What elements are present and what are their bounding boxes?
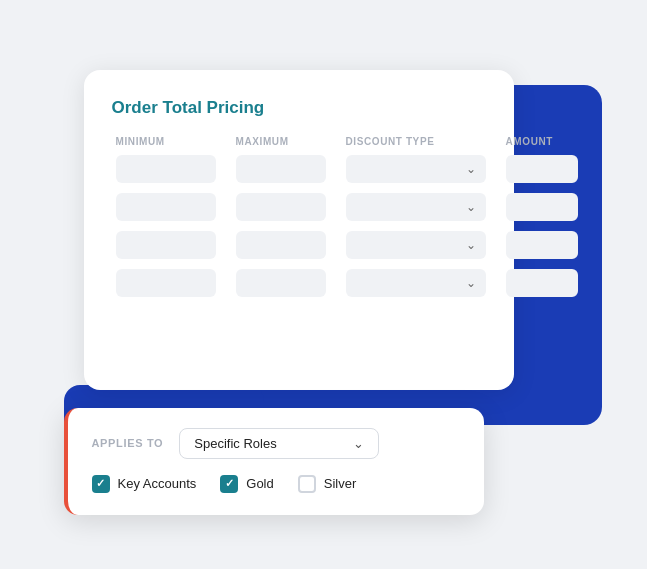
checkbox-silver[interactable]: Silver (298, 475, 357, 493)
col-header-discount-type: DISCOUNT TYPE (346, 136, 506, 147)
col-header-minimum: MINIMUM (116, 136, 236, 147)
maximum-input-4[interactable] (236, 269, 326, 297)
amount-input-3[interactable] (506, 231, 578, 259)
chevron-down-icon: ⌄ (466, 238, 476, 252)
minimum-input-4[interactable] (116, 269, 216, 297)
chevron-down-icon: ⌄ (353, 436, 364, 451)
checkboxes-row: Key Accounts Gold Silver (92, 475, 460, 493)
checkbox-gold[interactable]: Gold (220, 475, 273, 493)
applies-to-label: APPLIES TO (92, 437, 164, 449)
discount-type-dropdown-2[interactable]: ⌄ (346, 193, 486, 221)
col-header-maximum: MAXIMUM (236, 136, 346, 147)
chevron-down-icon: ⌄ (466, 162, 476, 176)
checkbox-silver-box[interactable] (298, 475, 316, 493)
minimum-input-1[interactable] (116, 155, 216, 183)
applies-to-dropdown[interactable]: Specific Roles ⌄ (179, 428, 379, 459)
amount-input-2[interactable] (506, 193, 578, 221)
minimum-input-3[interactable] (116, 231, 216, 259)
dropdown-selected-value: Specific Roles (194, 436, 276, 451)
checkbox-gold-label: Gold (246, 476, 273, 491)
amount-input-4[interactable] (506, 269, 578, 297)
chevron-down-icon: ⌄ (466, 200, 476, 214)
discount-type-dropdown-3[interactable]: ⌄ (346, 231, 486, 259)
discount-type-dropdown-1[interactable]: ⌄ (346, 155, 486, 183)
table-row: ⌄ (112, 269, 486, 297)
maximum-input-1[interactable] (236, 155, 326, 183)
checkbox-key-accounts-label: Key Accounts (118, 476, 197, 491)
bottom-card: APPLIES TO Specific Roles ⌄ Key Accounts… (64, 408, 484, 515)
discount-type-dropdown-4[interactable]: ⌄ (346, 269, 486, 297)
applies-to-row: APPLIES TO Specific Roles ⌄ (92, 428, 460, 459)
minimum-input-2[interactable] (116, 193, 216, 221)
table-row: ⌄ (112, 193, 486, 221)
col-header-amount: AMOUNT (506, 136, 596, 147)
scene: Order Total Pricing MINIMUM MAXIMUM DISC… (64, 55, 584, 515)
main-card: Order Total Pricing MINIMUM MAXIMUM DISC… (84, 70, 514, 390)
maximum-input-2[interactable] (236, 193, 326, 221)
checkbox-key-accounts-box[interactable] (92, 475, 110, 493)
checkbox-gold-box[interactable] (220, 475, 238, 493)
table-header: MINIMUM MAXIMUM DISCOUNT TYPE AMOUNT (112, 136, 486, 147)
maximum-input-3[interactable] (236, 231, 326, 259)
checkbox-silver-label: Silver (324, 476, 357, 491)
card-title: Order Total Pricing (112, 98, 486, 118)
amount-input-1[interactable] (506, 155, 578, 183)
table-row: ⌄ (112, 231, 486, 259)
chevron-down-icon: ⌄ (466, 276, 476, 290)
checkbox-key-accounts[interactable]: Key Accounts (92, 475, 197, 493)
table-row: ⌄ (112, 155, 486, 183)
